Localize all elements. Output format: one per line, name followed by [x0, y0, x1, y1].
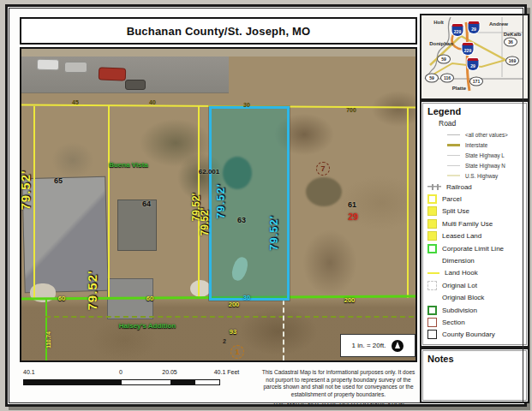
map-label: 30	[243, 102, 250, 108]
legend-item: Leased Land	[427, 230, 528, 242]
leased-land-icon	[427, 231, 437, 241]
page-title: Buchanan County/St. Joseph, MO	[20, 17, 417, 45]
parcel-line	[33, 106, 35, 298]
map-label: 93	[230, 328, 236, 336]
land-hook-icon	[427, 272, 439, 274]
scale-bar-segment	[170, 380, 195, 384]
legend-label: Original Lot	[442, 282, 477, 289]
map-label: 200	[229, 301, 240, 308]
scale-bar-label: 20.05	[162, 369, 177, 375]
map-label: 79.52'	[214, 183, 227, 219]
scale-text: 1 in. = 20ft.	[352, 342, 386, 349]
scale-bar: 40.1020.0540.1 Feet	[21, 367, 258, 400]
map-label: 79.52'	[20, 170, 33, 210]
map-label: 45	[72, 99, 79, 105]
scale-bar-segment	[122, 380, 170, 384]
us-shield-icon: 59	[425, 74, 439, 83]
legend-road-group-label: Road	[439, 119, 528, 128]
split-use-icon	[427, 206, 437, 216]
inset-county-label: Holt	[433, 20, 444, 25]
legend-item: Land Hook	[427, 267, 528, 279]
map-label: 65	[54, 176, 63, 185]
scale-note: 1 in. = 20ft.	[340, 334, 415, 357]
legend-label: Parcel	[442, 195, 462, 203]
legend-item: Railroad	[427, 181, 528, 193]
map-label: 79.52'	[267, 215, 280, 251]
legend-road-items: <all other values>InterstateState Highwa…	[421, 129, 528, 181]
map-canvas[interactable]: 45403070079.52'79.52'79.52'79.52'79.52'7…	[20, 47, 417, 362]
legend-road-item: U.S. Highway	[447, 170, 528, 181]
legend-road-item: Interstate	[447, 140, 528, 150]
map-label: 200	[344, 296, 356, 304]
legend-label: Multi Family Use	[442, 220, 493, 228]
section-icon	[427, 318, 437, 327]
legend-label: State Highway N	[465, 163, 505, 169]
legend-label: Dimension	[442, 257, 475, 265]
legend-item: Original Lot	[427, 279, 528, 291]
road-interstate-icon	[447, 144, 460, 146]
overview-inset-map[interactable]: HoltAndrewDeKalbDoniphanPlatte2292922929…	[420, 14, 529, 100]
legend-label: Leased Land	[442, 232, 481, 240]
legend-road-item: <all other values>	[447, 129, 528, 140]
county-boundary-icon	[427, 330, 437, 339]
notes-panel: Notes	[420, 348, 529, 403]
house-roof	[117, 200, 157, 251]
road-state-l-icon	[447, 155, 460, 156]
parked-car	[64, 62, 87, 73]
road-us-icon	[447, 175, 460, 176]
interstate-shield-icon: 229	[463, 43, 474, 55]
legend-label: Railroad	[446, 183, 472, 191]
legend-item: Multi Family Use	[427, 217, 528, 229]
interstate-shield-icon: 29	[468, 58, 479, 70]
map-label: 60	[58, 295, 65, 302]
legend-panel: Legend Road <all other values>Interstate…	[420, 100, 529, 348]
legend-label: U.S. Highway	[465, 173, 498, 179]
map-label: 79.52'	[199, 208, 211, 236]
map-label: 29	[348, 211, 358, 222]
map-label: 7	[316, 162, 330, 176]
legend-item: Parcel	[427, 193, 528, 205]
road-other-icon	[447, 134, 460, 135]
parked-car	[99, 67, 127, 80]
original-lot-icon	[427, 281, 437, 290]
scale-bar-segment	[195, 380, 220, 384]
cadastral-map-document: Buchanan County/St. Joseph, MO 454030700…	[5, 4, 527, 407]
map-label: 1	[230, 345, 244, 359]
scale-bar-labels: 40.1020.0540.1 Feet	[23, 369, 218, 378]
road-state-n-icon	[447, 165, 460, 166]
corporate-limit-line	[45, 298, 47, 360]
scale-bar-label: 40.1	[23, 369, 35, 375]
parcel-line	[407, 108, 409, 298]
legend-item: Original Block	[427, 292, 528, 304]
legend-label: State Highway L	[465, 152, 505, 158]
disclaimer-body: This Cadastral Map is for informational …	[260, 369, 417, 399]
ground-feature	[190, 280, 211, 297]
legend-label: Subdivision	[442, 307, 477, 314]
subdivision-line	[45, 316, 414, 318]
legend-item: Section	[427, 316, 528, 328]
legend-item: Subdivision	[427, 304, 528, 316]
disclaimer: This Cadastral Map is for informational …	[260, 369, 417, 402]
map-label: 63	[237, 216, 246, 224]
scale-bar-graphic	[23, 379, 220, 385]
inset-county-label: DeKalb	[504, 32, 522, 37]
railroad-icon	[427, 184, 441, 190]
legend-label: Land Hook	[445, 269, 478, 277]
map-label: 40	[149, 99, 156, 105]
legend-label: County Boundary	[442, 331, 495, 338]
scale-bar-label: 0	[119, 369, 123, 375]
parcel-icon	[427, 194, 437, 204]
scale-bar-segment	[24, 380, 122, 384]
map-label: Buena Vista	[109, 161, 148, 169]
map-label: 79.52'	[85, 270, 99, 310]
disclaimer-warning: THIS MAP IS NOT TO BE USED FOR NAVIGATIO…	[260, 402, 417, 409]
map-label: 700	[346, 107, 356, 113]
parcel-line	[108, 106, 110, 298]
inset-county-label: Andrew	[489, 21, 508, 27]
parked-car	[125, 80, 146, 90]
legend-item: Dimension	[427, 254, 528, 266]
multi-family-icon	[427, 219, 437, 229]
legend-label: Section	[442, 319, 465, 326]
map-label: 30	[243, 294, 250, 301]
us-shield-icon: 171	[469, 77, 483, 86]
